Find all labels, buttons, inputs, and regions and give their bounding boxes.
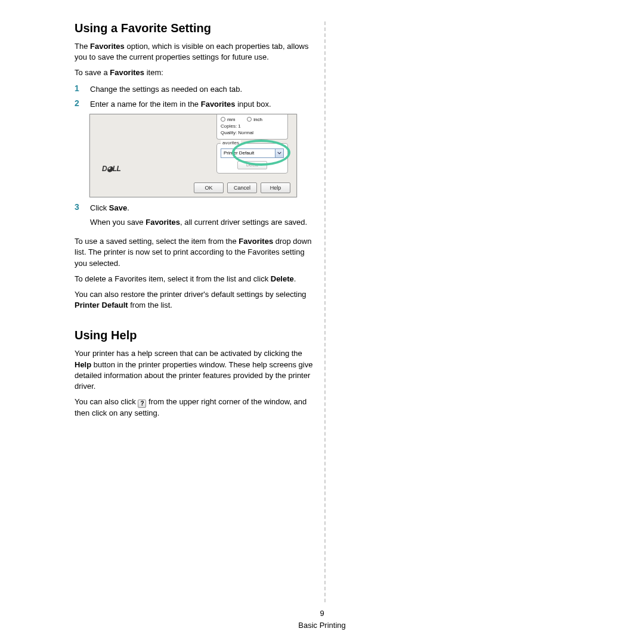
help-paragraph-2: You can also click ? from the upper righ… xyxy=(75,397,313,419)
delete-button: Delete xyxy=(237,161,267,169)
screenshot-quality: Quality: Normal xyxy=(221,130,284,135)
column-divider xyxy=(324,21,326,602)
radio-mm: mm xyxy=(221,117,235,122)
screenshot-info-panel: mm inch Copies: 1 Quality: Normal xyxy=(216,114,288,140)
radio-inch: inch xyxy=(247,117,262,122)
page-number: 9 xyxy=(0,608,644,620)
save-intro: To save a Favorites item: xyxy=(75,67,313,78)
help-button: Help xyxy=(261,182,290,193)
dell-logo: D◕LL xyxy=(102,165,120,173)
step-text: Click Save. When you save Favorites, all… xyxy=(90,202,313,233)
question-mark-icon: ? xyxy=(138,400,146,408)
cancel-button: Cancel xyxy=(227,182,257,193)
help-paragraph-1: Your printer has a help screen that can … xyxy=(75,348,313,392)
step-3: 3 Click Save. When you save Favorites, a… xyxy=(75,202,313,233)
step-1: 1 Change the settings as needed on each … xyxy=(75,83,313,95)
screenshot-copies: Copies: 1 xyxy=(221,123,284,129)
page-footer: 9 Basic Printing xyxy=(0,608,644,631)
intro-paragraph: The Favorites option, which is visible o… xyxy=(75,41,313,63)
screenshot-favorites-panel: avorites Printer Default Delete xyxy=(216,143,288,174)
restore-default-paragraph: You can also restore the printer driver'… xyxy=(75,289,313,311)
footer-label: Basic Printing xyxy=(0,620,644,631)
step-2: 2 Enter a name for the item in the Favor… xyxy=(75,98,313,110)
heading-using-help: Using Help xyxy=(75,329,313,342)
chevron-down-icon xyxy=(275,149,283,157)
step-number: 2 xyxy=(75,98,83,110)
dialog-screenshot: mm inch Copies: 1 Quality: Normal avorit… xyxy=(89,114,297,197)
use-saved-paragraph: To use a saved setting, select the item … xyxy=(75,236,313,269)
ok-button: OK xyxy=(194,182,224,193)
delete-paragraph: To delete a Favorites item, select it fr… xyxy=(75,274,313,284)
step-number: 1 xyxy=(75,83,83,95)
step-text: Enter a name for the item in the Favorit… xyxy=(90,98,313,110)
step-text: Change the settings as needed on each ta… xyxy=(90,83,313,95)
favorites-dropdown: Printer Default xyxy=(221,148,284,158)
step-number: 3 xyxy=(75,202,83,233)
favorites-legend: avorites xyxy=(221,140,241,145)
heading-favorite-setting: Using a Favorite Setting xyxy=(75,21,313,35)
